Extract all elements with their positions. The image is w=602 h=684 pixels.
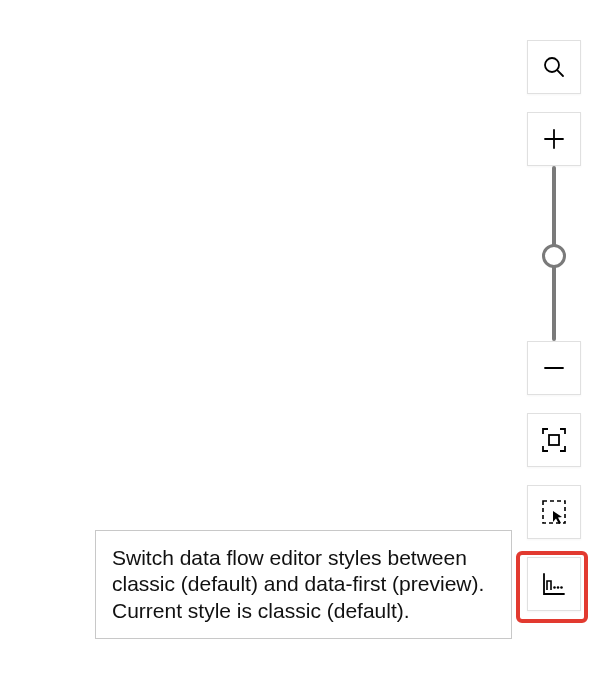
plus-icon [542,127,566,151]
zoom-in-button[interactable] [527,112,581,166]
zoom-out-button[interactable] [527,341,581,395]
svg-line-1 [557,70,563,76]
zoom-slider-group [527,112,581,395]
zoom-slider-handle[interactable] [542,244,566,268]
search-button[interactable] [527,40,581,94]
multi-select-button[interactable] [527,485,581,539]
fit-screen-icon [541,427,567,453]
tooltip: Switch data flow editor styles between c… [95,530,512,639]
svg-rect-5 [549,435,559,445]
minus-icon [542,356,566,380]
selection-cursor-icon [541,499,567,525]
zoom-to-fit-button[interactable] [527,413,581,467]
tooltip-text: Switch data flow editor styles between c… [112,546,484,622]
canvas-toolbar [524,40,584,611]
svg-point-7 [553,586,556,589]
svg-point-8 [557,586,560,589]
zoom-slider-track[interactable] [552,166,556,341]
switch-editor-style-button[interactable] [527,557,581,611]
chart-style-icon [541,571,567,597]
search-icon [542,55,566,79]
svg-point-9 [560,586,563,589]
